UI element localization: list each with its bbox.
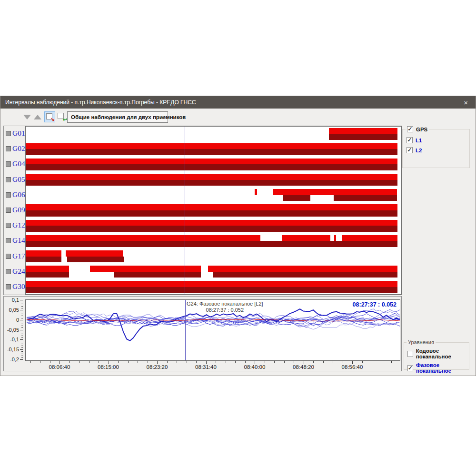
satellite-row-G09[interactable]: G09 (4, 203, 401, 218)
gps-label: GPS (416, 127, 427, 132)
y-minor-tick (21, 347, 23, 348)
x-minor-tick (391, 361, 392, 363)
cursor-readout: 08:27:37 : 0.052 (353, 301, 397, 308)
x-tick-label: 08:48:20 (293, 364, 314, 370)
x-minor-tick (30, 361, 31, 363)
satellite-label: G05 (12, 175, 25, 184)
observation-bar-l1 (26, 204, 397, 210)
observation-bar-l2 (26, 257, 61, 263)
y-minor-tick (21, 316, 23, 316)
x-minor-tick (245, 361, 246, 363)
l1-checkbox[interactable]: ✓ (407, 137, 413, 143)
x-minor-tick (323, 361, 324, 363)
y-minor-tick (21, 346, 23, 346)
satellite-row-G17[interactable]: G17 (4, 249, 401, 264)
intervals-chart-panel[interactable]: G01G02G04G05G06G09G12G14G17G24G30 (3, 126, 402, 295)
satellite-marker[interactable] (6, 131, 11, 136)
x-minor-tick (167, 361, 168, 363)
annotation-value: 08:27:37 : 0.052 (187, 307, 263, 313)
satellite-label: G09 (12, 206, 25, 214)
observation-bar-l2 (26, 241, 397, 247)
y-minor-tick (21, 320, 23, 320)
y-minor-tick (21, 330, 23, 330)
observation-bar-l2 (26, 287, 397, 293)
y-minor-tick (21, 324, 23, 324)
satellite-marker[interactable] (6, 177, 11, 182)
observation-bar-l1 (334, 235, 337, 241)
satellite-row-G05[interactable]: G05 (4, 172, 401, 188)
satellite-row-G04[interactable]: G04 (4, 157, 401, 172)
satellite-row-G02[interactable]: G02 (4, 141, 401, 157)
close-icon[interactable]: × (461, 98, 471, 107)
y-tick-label: -0,15 (7, 347, 19, 352)
satellite-row-G12[interactable]: G12 (4, 218, 401, 233)
x-minor-tick (128, 361, 129, 363)
sort-up-icon[interactable] (34, 115, 41, 119)
y-minor-tick (21, 336, 23, 336)
x-tick-label: 08:40:00 (244, 364, 266, 370)
satellite-marker[interactable] (6, 254, 11, 259)
l1-label: L1 (416, 138, 422, 143)
y-tick-label: -0,05 (7, 327, 19, 333)
x-minor-tick (284, 361, 285, 363)
satellite-label: G02 (12, 145, 25, 153)
gps-checkbox[interactable]: ✓ (407, 126, 413, 132)
red-arrow-icon: ↘ (50, 116, 55, 122)
satellite-bars (26, 172, 400, 188)
code-channel-checkbox[interactable] (407, 351, 413, 357)
satellite-marker[interactable] (6, 192, 11, 198)
y-minor-tick (21, 337, 23, 338)
observation-bar-l1 (26, 220, 397, 226)
satellite-marker[interactable] (6, 238, 11, 243)
observation-bar-l2 (213, 272, 397, 278)
l2-checkbox[interactable]: ✓ (407, 147, 413, 153)
observation-bar-l2 (334, 195, 397, 201)
x-tick-label: 08:31:40 (195, 364, 217, 370)
y-minor-tick (21, 308, 23, 308)
y-minor-tick (21, 334, 23, 334)
phase-channel-row: ✓ Фазовое поканальное (407, 362, 469, 374)
select-interval-red-button[interactable]: ↘ (44, 111, 55, 122)
x-tick-label: 08:23:20 (147, 364, 168, 370)
x-minor-tick (89, 361, 89, 363)
y-minor-tick (21, 302, 23, 302)
satellite-row-G01[interactable]: G01 (4, 126, 401, 141)
satellite-bars (26, 264, 400, 279)
satellite-bars (26, 233, 400, 248)
satellite-row-G14[interactable]: G14 (4, 233, 401, 248)
satellite-label: G04 (12, 160, 25, 169)
satellite-marker[interactable] (6, 161, 11, 167)
observations-mode-dropdown[interactable]: Общие наблюдения для двух приемников (67, 111, 168, 123)
cursor-annotation: G24: Фазовое поканальное [L2] 08:27:37 :… (187, 301, 263, 313)
toolbar: ↘ ↩ Общие наблюдения для двух приемников (0, 109, 476, 126)
observation-bar-l1 (26, 159, 397, 165)
x-minor-tick (79, 361, 79, 363)
residuals-chart-panel[interactable]: 0,10,050-0,05-0,1-0,15-0,2 G24: Фазовое … (3, 296, 402, 371)
phase-channel-checkbox[interactable]: ✓ (407, 365, 413, 371)
satellite-marker[interactable] (6, 284, 11, 289)
satellite-marker[interactable] (6, 146, 11, 151)
x-minor-tick (362, 361, 363, 363)
x-minor-tick (50, 361, 50, 363)
observation-bar-l2 (26, 210, 397, 217)
sort-down-icon[interactable] (23, 115, 31, 119)
satellite-marker[interactable] (6, 208, 11, 213)
satellite-label: G30 (12, 282, 25, 291)
x-minor-tick (187, 361, 187, 363)
x-minor-tick (40, 361, 40, 363)
satellite-row-G06[interactable]: G06 (4, 188, 401, 203)
x-minor-tick (235, 361, 236, 363)
satellite-label: G06 (12, 190, 25, 199)
satellite-marker[interactable] (6, 269, 11, 274)
x-minor-tick (372, 361, 372, 363)
x-minor-tick (138, 361, 138, 363)
observation-bar-l2 (26, 226, 397, 232)
satellite-row-G30[interactable]: G30 (4, 279, 401, 295)
satellite-label: G17 (12, 252, 25, 260)
y-tick-label: 0 (16, 317, 19, 323)
select-interval-green-button[interactable]: ↩ (56, 111, 67, 122)
observation-bar-l1 (329, 128, 398, 134)
satellite-marker[interactable] (6, 223, 11, 228)
satellite-row-G24[interactable]: G24 (4, 264, 401, 279)
observation-bar-l1 (255, 189, 257, 195)
